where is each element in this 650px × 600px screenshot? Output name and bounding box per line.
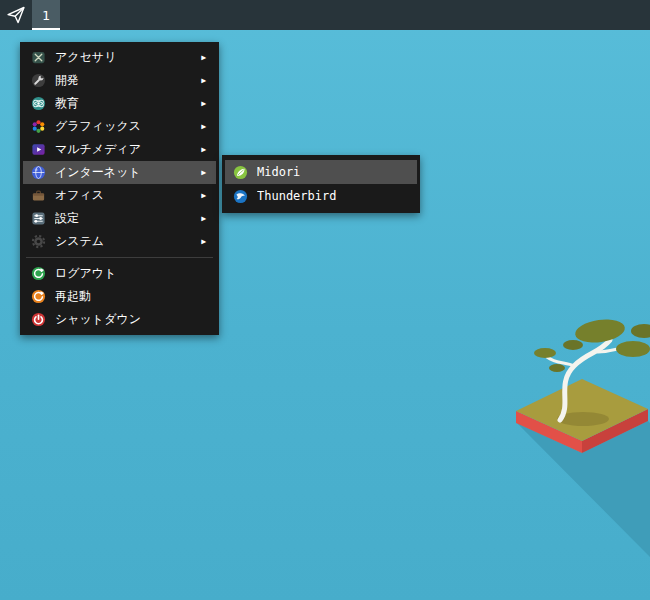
thunderbird-icon: [233, 189, 248, 204]
submenu-arrow-icon: ▶: [201, 53, 208, 62]
submenu-arrow-icon: ▶: [201, 99, 208, 108]
menu-item-accessories[interactable]: アクセサリ ▶: [23, 46, 216, 69]
settings-icon: [31, 211, 46, 226]
menu-item-label: 再起動: [55, 288, 208, 305]
menu-item-logout[interactable]: ログアウト: [23, 262, 216, 285]
submenu-item-label: Midori: [257, 165, 409, 179]
menu-item-settings[interactable]: 設定 ▶: [23, 207, 216, 230]
menu-separator: [26, 257, 213, 258]
development-icon: [31, 73, 46, 88]
menu-item-label: 教育: [55, 95, 192, 112]
education-icon: [31, 96, 46, 111]
menu-item-system[interactable]: システム ▶: [23, 230, 216, 253]
shutdown-icon: [31, 312, 46, 327]
submenu-arrow-icon: ▶: [201, 214, 208, 223]
submenu-arrow-icon: ▶: [201, 76, 208, 85]
menu-item-label: ログアウト: [55, 265, 208, 282]
submenu-item-label: Thunderbird: [257, 189, 409, 203]
submenu-arrow-icon: ▶: [201, 122, 208, 131]
logout-icon: [31, 266, 46, 281]
menu-item-label: インターネット: [55, 164, 192, 181]
menu-item-label: システム: [55, 233, 192, 250]
midori-icon: [233, 165, 248, 180]
submenu-arrow-icon: ▶: [201, 145, 208, 154]
menu-item-development[interactable]: 開発 ▶: [23, 69, 216, 92]
menu-item-label: アクセサリ: [55, 49, 192, 66]
menu-item-internet[interactable]: インターネット ▶: [23, 161, 216, 184]
menu-item-label: 開発: [55, 72, 192, 89]
launcher-button[interactable]: [0, 0, 32, 30]
menu-item-office[interactable]: オフィス ▶: [23, 184, 216, 207]
menu-item-label: シャットダウン: [55, 311, 208, 328]
menu-item-shutdown[interactable]: シャットダウン: [23, 308, 216, 331]
accessories-icon: [31, 50, 46, 65]
submenu-item-midori[interactable]: Midori: [225, 160, 417, 184]
workspace-label: 1: [42, 8, 50, 23]
submenu-item-thunderbird[interactable]: Thunderbird: [225, 184, 417, 208]
top-panel: 1: [0, 0, 650, 30]
menu-item-label: グラフィックス: [55, 118, 192, 135]
system-icon: [31, 234, 46, 249]
menu-item-graphics[interactable]: グラフィックス ▶: [23, 115, 216, 138]
submenu-arrow-icon: ▶: [201, 191, 208, 200]
menu-item-restart[interactable]: 再起動: [23, 285, 216, 308]
menu-item-multimedia[interactable]: マルチメディア ▶: [23, 138, 216, 161]
menu-item-education[interactable]: 教育 ▶: [23, 92, 216, 115]
menu-item-label: オフィス: [55, 187, 192, 204]
menu-item-label: マルチメディア: [55, 141, 192, 158]
internet-submenu: Midori Thunderbird: [222, 155, 420, 213]
paper-plane-icon: [6, 5, 26, 25]
workspace-button-1[interactable]: 1: [32, 0, 60, 30]
restart-icon: [31, 289, 46, 304]
office-icon: [31, 188, 46, 203]
submenu-arrow-icon: ▶: [201, 168, 208, 177]
graphics-icon: [31, 119, 46, 134]
internet-icon: [31, 165, 46, 180]
menu-item-label: 設定: [55, 210, 192, 227]
applications-menu: アクセサリ ▶ 開発 ▶ 教育 ▶ グラフィックス ▶: [20, 42, 219, 335]
multimedia-icon: [31, 142, 46, 157]
submenu-arrow-icon: ▶: [201, 237, 208, 246]
